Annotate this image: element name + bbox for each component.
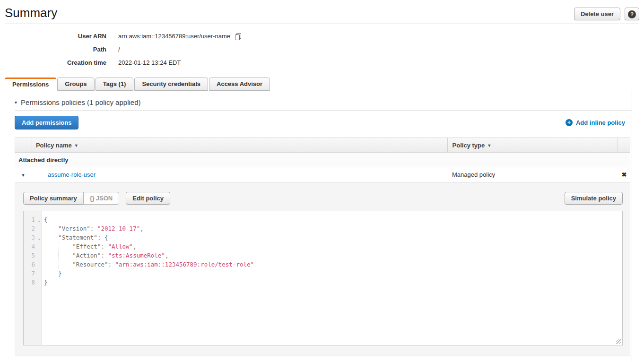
expander-column-header: [15, 138, 32, 152]
copy-icon[interactable]: [235, 33, 241, 40]
add-inline-policy-label: Add inline policy: [576, 119, 625, 126]
editor-line-number-gutter: 1▾ 2 3▾ 4 5 6 7 8: [24, 211, 42, 345]
policy-type-column-header[interactable]: Policy type ▾: [447, 138, 618, 152]
tab-tags[interactable]: Tags (1): [96, 78, 134, 91]
policy-detail-expanded-section: Policy summary {}JSON Edit policy Simula…: [15, 182, 630, 355]
user-arn-label: User ARN: [0, 30, 118, 43]
code-line: "Resource": "arn:aws:iam::123456789:role…: [44, 260, 622, 269]
table-row: ▾ assume-role-user Managed policy ✖: [15, 167, 630, 182]
code-line: }: [44, 278, 622, 287]
remove-policy-x-icon[interactable]: ✖: [622, 171, 627, 178]
code-line: {: [44, 215, 622, 224]
indent-guide-line: [58, 242, 59, 269]
user-arn-text: arn:aws:iam::123456789:user/user-name: [118, 30, 230, 43]
tab-security-credentials[interactable]: Security credentials: [134, 78, 208, 91]
delete-user-button[interactable]: Delete user: [574, 8, 620, 20]
path-label: Path: [0, 43, 118, 56]
permissions-policies-section-header[interactable]: ▾ Permissions policies (1 policy applied…: [15, 98, 632, 106]
user-details: User ARN arn:aws:iam::123456789:user/use…: [0, 30, 644, 69]
line-number: 4: [31, 243, 35, 250]
policy-type-header-label: Policy type: [453, 142, 485, 149]
row-expander-caret[interactable]: ▾: [15, 171, 32, 178]
policy-name-cell: assume-role-user: [32, 171, 447, 178]
gutter-line: 7: [24, 269, 41, 278]
policy-summary-button[interactable]: Policy summary: [23, 192, 84, 205]
line-number: 3: [31, 234, 35, 241]
user-arn-value: arn:aws:iam::123456789:user/user-name: [118, 30, 241, 43]
permissions-tab-panel: ▾ Permissions policies (1 policy applied…: [5, 91, 632, 362]
creation-time-row: Creation time 2022-01-12 13:24 EDT: [0, 56, 644, 69]
gutter-line: 6: [24, 260, 41, 269]
edit-policy-button[interactable]: Edit policy: [126, 192, 170, 205]
tab-access-advisor[interactable]: Access Advisor: [209, 78, 270, 91]
creation-time-label: Creation time: [0, 56, 118, 69]
line-number: 1: [31, 216, 35, 223]
add-inline-policy-link[interactable]: + Add inline policy: [566, 119, 625, 126]
chevron-down-icon: ▾: [22, 172, 24, 178]
gutter-line: 5: [24, 251, 41, 260]
permissions-policies-heading: Permissions policies (1 policy applied): [21, 98, 140, 106]
creation-time-value: 2022-01-12 13:24 EDT: [118, 56, 181, 69]
line-number: 5: [31, 252, 35, 259]
policy-table: Policy name ▾ Policy type ▾ Attached dir…: [15, 138, 630, 355]
policy-type-cell: Managed policy: [447, 171, 618, 178]
header-actions: Delete user ?: [574, 8, 639, 20]
policy-action-cell: ✖: [618, 171, 630, 178]
json-button-label: JSON: [96, 195, 113, 202]
line-number: 6: [31, 261, 35, 268]
code-line: }: [44, 269, 622, 278]
gutter-line: 1▾: [24, 215, 41, 224]
page-title: Summary: [5, 5, 57, 21]
json-view-button[interactable]: {}JSON: [83, 192, 120, 205]
json-braces-icon: {}: [90, 195, 95, 202]
sort-caret-icon: ▾: [75, 143, 78, 148]
help-button[interactable]: ?: [625, 8, 639, 20]
line-number: 8: [31, 279, 35, 286]
path-row: Path /: [0, 43, 644, 56]
header-divider: [5, 24, 639, 24]
tab-permissions[interactable]: Permissions: [5, 78, 56, 91]
editor-code-area[interactable]: { "Version": "2012-10-17", "Statement": …: [42, 211, 622, 345]
gutter-line: 8: [24, 278, 41, 287]
code-line: "Effect": "Allow",: [44, 242, 622, 251]
line-number: 2: [31, 225, 35, 232]
page-header: Summary Delete user ?: [0, 0, 644, 21]
sort-caret-icon: ▾: [488, 143, 490, 148]
plus-circle-icon: +: [566, 119, 573, 126]
gutter-line: 3▾: [24, 233, 41, 242]
section-divider: [15, 110, 632, 111]
gutter-line: 2: [24, 224, 41, 233]
policy-detail-buttons: Policy summary {}JSON Edit policy Simula…: [23, 192, 623, 205]
action-column-header: [618, 138, 630, 152]
editor-resize-handle[interactable]: [616, 339, 621, 344]
code-line: "Action": "sts:AssumeRole",: [44, 251, 622, 260]
attached-directly-group-row: Attached directly: [15, 153, 630, 167]
user-arn-row: User ARN arn:aws:iam::123456789:user/use…: [0, 30, 644, 43]
simulate-policy-button[interactable]: Simulate policy: [565, 192, 623, 205]
code-line: "Version": "2012-10-17",: [44, 224, 622, 233]
path-value: /: [118, 43, 120, 56]
policy-name-header-label: Policy name: [36, 142, 72, 149]
policy-name-link[interactable]: assume-role-user: [48, 171, 96, 178]
add-permissions-button[interactable]: Add permissions: [15, 116, 78, 129]
tab-groups[interactable]: Groups: [57, 78, 94, 91]
collapse-caret-icon: ▾: [15, 100, 17, 105]
json-policy-editor: 1▾ 2 3▾ 4 5 6 7 8 { "Version": "2012-10-…: [23, 211, 623, 345]
gutter-line: 4: [24, 242, 41, 251]
policy-name-column-header[interactable]: Policy name ▾: [32, 138, 447, 152]
policy-actions-row: Add permissions + Add inline policy: [15, 116, 625, 129]
policy-table-header: Policy name ▾ Policy type ▾: [15, 138, 630, 153]
code-line: "Statement": {: [44, 233, 622, 242]
line-number: 7: [31, 270, 35, 277]
question-mark-icon: ?: [628, 10, 636, 18]
tabs-bar: Permissions Groups Tags (1) Security cre…: [5, 78, 632, 91]
